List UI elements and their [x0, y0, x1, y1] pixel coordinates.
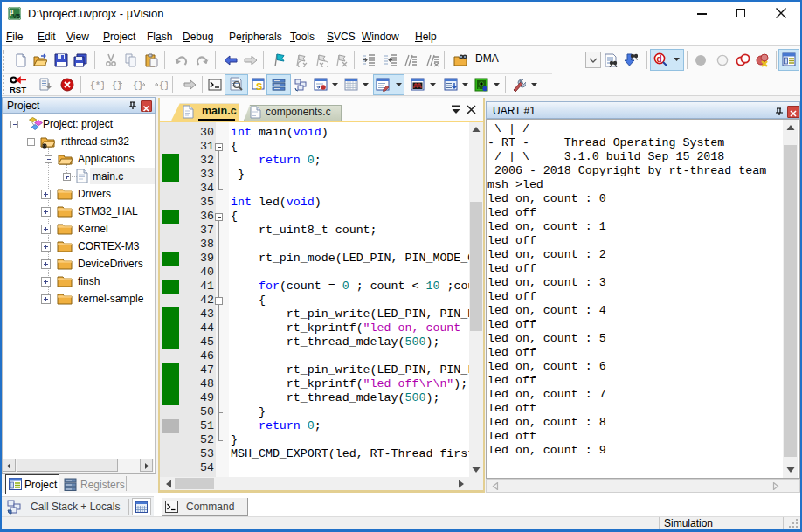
- svg-text:RST: RST: [10, 85, 26, 93]
- svg-text:V5: V5: [13, 13, 21, 19]
- svg-text:{}: {}: [133, 81, 143, 91]
- svg-text:d: d: [657, 54, 662, 64]
- svg-text:{}: {}: [159, 81, 168, 91]
- svg-text:S: S: [256, 81, 262, 92]
- svg-text:{*}: {*}: [90, 81, 104, 91]
